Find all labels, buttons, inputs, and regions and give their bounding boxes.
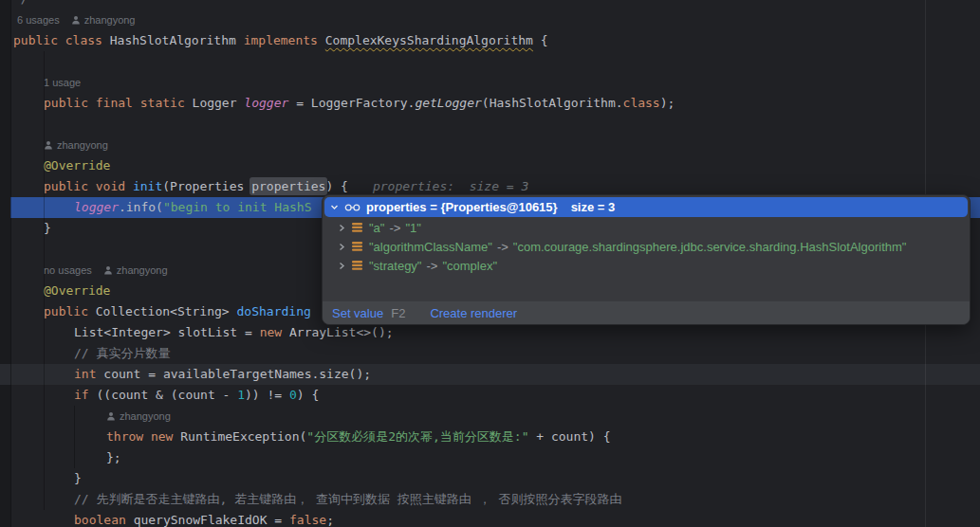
usages-inlay[interactable]: no usages [44, 264, 92, 276]
chevron-down-icon[interactable] [330, 203, 339, 211]
code-token: = LoggerFactory. [288, 96, 415, 110]
variables-tree: "a"->"1""algorithmClassName"->"com.coura… [324, 218, 968, 275]
author-icon [103, 265, 113, 275]
code-line[interactable]: public class HashSlotAlgorithm implement… [0, 30, 980, 51]
code-token: // 真实分片数量 [74, 346, 170, 360]
kv-pairs-icon [352, 261, 362, 270]
code-token: ) { [325, 179, 347, 193]
code-token: .info( [119, 200, 163, 214]
variable-tree-row[interactable]: "a"->"1" [324, 218, 968, 237]
code-token: class [65, 33, 110, 47]
entry-arrow: -> [492, 240, 513, 254]
entry-key: "algorithmClassName" [369, 240, 492, 254]
code-token: 1 [237, 388, 245, 402]
code-token: int [74, 367, 103, 381]
set-value-link[interactable]: Set value [332, 306, 383, 320]
code-line[interactable]: throw new RuntimeException("分区数必须是2的次幂,当… [0, 427, 980, 447]
code-token: + count) { [528, 429, 610, 444]
code-line[interactable]: boolean querySnowFlakeIdOK = false; [0, 510, 980, 527]
code-line[interactable]: // 真实分片数量 [0, 343, 980, 364]
code-line[interactable]: 6 usageszhangyong [0, 9, 980, 30]
entry-arrow: -> [421, 259, 442, 273]
code-line[interactable]: int count = availableTargetNames.size(); [0, 364, 980, 385]
code-token: @Override [44, 158, 110, 173]
ide-editor-screen: */6 usageszhangyongpublic class HashSlot… [0, 0, 980, 527]
code-token: ((count & (count - [96, 388, 237, 402]
code-line[interactable]: List<Integer> slotList = new ArrayList<>… [0, 322, 980, 343]
code-token: properties [250, 177, 327, 195]
code-line[interactable] [0, 51, 980, 72]
create-renderer-link[interactable]: Create renderer [430, 306, 517, 320]
chevron-right-icon[interactable] [338, 224, 345, 232]
debugger-evaluate-popup: properties = {Properties@10615} size = 3… [322, 194, 971, 325]
code-token: properties: size = 3 [373, 179, 528, 193]
code-line[interactable]: // 先判断是否走主键路由, 若主键路由， 查询中到数据 按照主键路由 ， 否则… [0, 489, 980, 510]
code-line[interactable]: 1 usage [0, 72, 980, 93]
code-token: class [623, 96, 660, 110]
code-token: = [268, 513, 289, 527]
watch-size-text: size = 3 [571, 200, 616, 214]
code-token: Logger [193, 96, 245, 110]
code-token: void [96, 179, 133, 193]
code-token: count = availableTargetNames.size(); [103, 367, 371, 381]
code-token: } [74, 471, 82, 485]
code-token: ComplexKeysShardingAlgorithm [325, 33, 533, 47]
author-icon [106, 411, 116, 421]
variable-tree-row[interactable]: "strategy"->"complex" [324, 256, 968, 275]
set-value-shortcut: F2 [391, 306, 405, 320]
code-line[interactable]: public final static Logger logger = Logg… [0, 93, 980, 114]
code-token: public [44, 179, 96, 193]
code-token: new [151, 429, 180, 444]
code-token: Collection<String> [96, 304, 237, 318]
code-token: "begin to init HashS [163, 200, 312, 214]
author-inlay[interactable]: zhangyong [103, 264, 168, 276]
code-token: static [140, 96, 193, 110]
kv-pairs-icon [352, 242, 362, 251]
watch-expression-text: properties = {Properties@10615} [366, 200, 558, 214]
code-line[interactable]: zhangyong [0, 406, 980, 427]
author-inlay[interactable]: zhangyong [44, 139, 108, 151]
author-inlay[interactable]: zhangyong [71, 14, 136, 26]
code-token: final [96, 96, 140, 110]
chevron-right-icon[interactable] [338, 262, 345, 270]
code-token: { [533, 33, 548, 47]
code-token: */ [13, 0, 28, 6]
code-line[interactable] [0, 114, 980, 135]
author-inlay[interactable]: zhangyong [106, 410, 171, 422]
code-line[interactable]: }; [0, 447, 980, 468]
variable-tree-row[interactable]: "algorithmClassName"->"com.courage.shard… [324, 237, 968, 256]
entry-arrow: -> [384, 221, 405, 235]
code-line[interactable]: */ [0, 0, 980, 9]
code-token: init [133, 179, 162, 193]
code-token: ; [326, 513, 334, 527]
kv-pairs-icon [352, 223, 362, 232]
watches-glasses-icon [344, 203, 361, 212]
entry-key: "strategy" [369, 259, 421, 273]
watch-expression-row[interactable]: properties = {Properties@10615} size = 3 [324, 197, 968, 217]
code-token: (HashSlotAlgorithm. [482, 96, 623, 110]
code-token: public [44, 96, 96, 110]
code-line[interactable]: if ((count & (count - 1)) != 0) { [0, 385, 980, 406]
code-token: List<Integer> slotList = [74, 325, 260, 339]
code-token: (Properties [162, 179, 251, 193]
popup-footer: Set value F2 Create renderer [323, 300, 970, 324]
code-line[interactable]: @Override [0, 155, 980, 176]
usages-inlay[interactable]: 6 usages [17, 14, 60, 26]
code-token: logger [74, 200, 119, 214]
code-token: public [44, 304, 96, 318]
code-token: // 先判断是否走主键路由, 若主键路由， 查询中到数据 按照主键路由 ， 否则… [74, 492, 621, 506]
code-token: HashSlotAlgorithm [110, 33, 244, 47]
entry-key: "a" [369, 221, 384, 235]
code-token: ) { [297, 388, 319, 402]
code-token: @Override [44, 283, 110, 298]
code-token: implements [244, 33, 325, 47]
code-line[interactable]: } [0, 468, 980, 489]
code-line[interactable]: zhangyong [0, 135, 980, 155]
code-token: doSharding [237, 304, 311, 318]
code-token: }; [106, 450, 121, 464]
entry-value: "com.courage.shardingsphere.jdbc.service… [513, 240, 907, 254]
code-token: 0 [289, 388, 297, 402]
code-token: throw [106, 429, 151, 444]
chevron-right-icon[interactable] [338, 243, 345, 251]
usages-inlay[interactable]: 1 usage [44, 77, 81, 88]
